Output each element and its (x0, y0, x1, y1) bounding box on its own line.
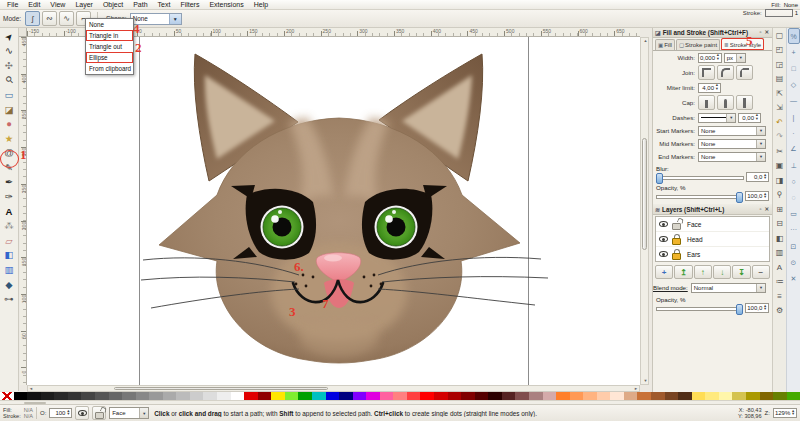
snap-icon-9[interactable]: ○ (788, 174, 800, 190)
palette-swatch[interactable] (773, 392, 787, 400)
spiral-tool[interactable]: @ (1, 146, 18, 161)
layer-opacity-slider[interactable] (656, 304, 743, 313)
tweak-tool[interactable]: ✣ (1, 58, 18, 73)
end-markers-select[interactable]: None ▼ (698, 152, 766, 162)
bucket-tool[interactable]: ◧ (1, 248, 18, 263)
snap-icon-1[interactable]: + (788, 44, 800, 60)
command-icon-16[interactable]: A (774, 260, 786, 275)
palette-swatch-none[interactable] (0, 392, 14, 400)
palette-swatch[interactable] (271, 392, 285, 400)
shape-option-triangle-in[interactable]: Triangle in (86, 30, 133, 41)
eraser-tool[interactable]: ▱ (1, 233, 18, 248)
palette-swatch[interactable] (515, 392, 529, 400)
command-icon-5[interactable]: ⇲ (774, 101, 786, 116)
menu-path[interactable]: Path (128, 1, 152, 8)
palette-swatch[interactable] (231, 392, 245, 400)
pen-tool[interactable]: ✒ (1, 175, 18, 190)
palette-swatch[interactable] (136, 392, 150, 400)
palette-swatch[interactable] (326, 392, 340, 400)
chevron-down-icon[interactable]: ▼ (169, 14, 181, 24)
command-icon-12[interactable]: ⊞ (774, 202, 786, 217)
connector-tool[interactable]: ⊶ (1, 292, 18, 307)
command-icon-17[interactable]: ≔ (774, 275, 786, 290)
snap-icon-13[interactable]: ⊡ (788, 238, 800, 254)
dropper-tool[interactable]: ◆ (1, 277, 18, 292)
canvas[interactable] (27, 37, 640, 385)
menu-layer[interactable]: Layer (70, 1, 98, 8)
layer-row[interactable]: Ears (656, 247, 769, 262)
raise-layer-button[interactable]: ↑ (694, 265, 712, 279)
command-icon-7[interactable]: ↷ (774, 130, 786, 145)
palette-swatch[interactable] (543, 392, 557, 400)
blur-slider-thumb[interactable] (656, 173, 663, 184)
palette-swatch[interactable] (244, 392, 258, 400)
palette-swatch[interactable] (366, 392, 380, 400)
palette-swatch[interactable] (461, 392, 475, 400)
palette-swatch[interactable] (434, 392, 448, 400)
snap-icon-2[interactable]: □ (788, 60, 800, 76)
palette-swatch[interactable] (14, 392, 28, 400)
menu-object[interactable]: Object (98, 1, 128, 8)
palette-swatch[interactable] (624, 392, 638, 400)
palette-swatch[interactable] (217, 392, 231, 400)
width-unit-select[interactable]: px ▼ (724, 53, 746, 63)
command-icon-13[interactable]: ⊟ (774, 217, 786, 232)
palette-swatch[interactable] (149, 392, 163, 400)
command-icon-10[interactable]: ◨ (774, 173, 786, 188)
fill-stroke-status[interactable]: Fill: N/A Stroke: N/A (3, 407, 33, 420)
menu-file[interactable]: File (2, 1, 23, 8)
palette-swatch[interactable] (665, 392, 679, 400)
palette-swatch[interactable] (339, 392, 353, 400)
menu-filters[interactable]: Filters (175, 1, 204, 8)
palette-swatch[interactable] (637, 392, 651, 400)
lock-closed-icon[interactable] (672, 249, 680, 259)
palette-swatch[interactable] (610, 392, 624, 400)
palette-swatch[interactable] (732, 392, 746, 400)
tab-stroke-style[interactable]: ≣ Stroke style (721, 38, 764, 50)
blend-mode-select[interactable]: Normal ▼ (691, 283, 766, 293)
zigzag-mode-button[interactable]: ∿ (59, 11, 74, 26)
palette-swatch[interactable] (556, 392, 570, 400)
layer-opacity-slider-thumb[interactable] (736, 304, 743, 315)
palette-swatch[interactable] (190, 392, 204, 400)
palette-swatch[interactable] (95, 392, 109, 400)
bezier-mode-button[interactable]: ʃ (25, 11, 40, 26)
palette-swatch[interactable] (81, 392, 95, 400)
command-icon-14[interactable]: ◧ (774, 231, 786, 246)
snap-icon-12[interactable]: ⋯ (788, 222, 800, 238)
snap-icon-5[interactable]: | (788, 109, 800, 125)
cap-round-button[interactable] (717, 95, 734, 110)
menu-edit[interactable]: Edit (23, 1, 45, 8)
palette-swatch[interactable] (488, 392, 502, 400)
vertical-scrollbar-thumb[interactable] (642, 138, 647, 250)
tab-stroke-paint[interactable]: ▢ Stroke paint (676, 39, 720, 50)
start-markers-select[interactable]: None ▼ (698, 126, 766, 136)
palette-swatch[interactable] (420, 392, 434, 400)
shape-option-from-clipboard[interactable]: From clipboard (86, 63, 133, 74)
palette-swatch[interactable] (760, 392, 774, 400)
palette-swatch[interactable] (719, 392, 733, 400)
layer-row[interactable]: Head (656, 232, 769, 247)
command-icon-18[interactable]: ≡ (774, 289, 786, 304)
blur-slider[interactable] (656, 173, 744, 182)
snap-icon-14[interactable]: ⊙ (788, 255, 800, 271)
snap-icon-0[interactable]: % (788, 28, 800, 44)
lower-layer-button[interactable]: ↓ (713, 265, 731, 279)
add-layer-button[interactable]: + (655, 265, 673, 279)
palette-swatch[interactable] (312, 392, 326, 400)
tab-fill[interactable]: ▣ Fill (655, 39, 675, 50)
dashes-select[interactable]: ▼ (698, 113, 736, 123)
shape-option-ellipse[interactable]: Ellipse (86, 52, 133, 63)
horizontal-scrollbar[interactable]: ◄ ► (27, 385, 640, 392)
close-icon[interactable]: ✕ (763, 29, 770, 35)
ellipse-tool[interactable]: ● (1, 117, 18, 132)
palette-swatch[interactable] (54, 392, 68, 400)
palette-swatch[interactable] (122, 392, 136, 400)
vertical-scrollbar[interactable]: ▲ ▼ (640, 37, 649, 385)
pencil-tool[interactable]: ✎ (1, 160, 18, 175)
palette-swatch[interactable] (353, 392, 367, 400)
menu-help[interactable]: Help (249, 1, 273, 8)
join-miter-button[interactable] (698, 65, 715, 80)
opacity-slider[interactable] (656, 192, 743, 201)
lock-open-icon[interactable] (672, 219, 680, 229)
